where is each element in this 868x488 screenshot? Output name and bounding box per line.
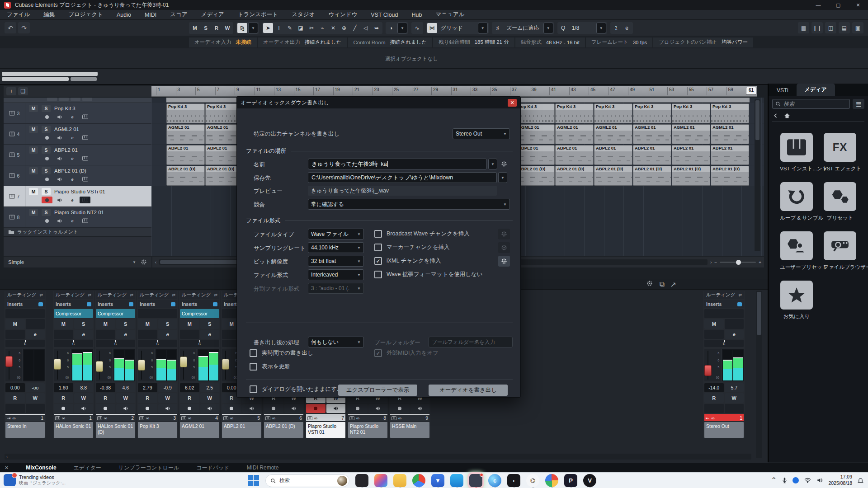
write-automation-button[interactable]: W bbox=[116, 393, 136, 403]
track-solo-button[interactable]: S bbox=[42, 146, 51, 154]
object-select-tool[interactable]: ➤ bbox=[263, 23, 273, 33]
dialog-close-icon[interactable]: ✕ bbox=[508, 99, 517, 107]
ruler-bar-number[interactable]: 43 bbox=[569, 87, 576, 95]
routing-rack[interactable]: ルーティング⇄ bbox=[54, 291, 93, 299]
track-edit-icon[interactable]: e bbox=[67, 197, 78, 203]
ruler-bar-number[interactable]: 11 bbox=[255, 87, 261, 95]
auto-punch-icon[interactable]: ⧎ bbox=[237, 23, 247, 33]
premiere-app-icon[interactable]: P bbox=[564, 474, 577, 487]
insert-slot[interactable] bbox=[704, 309, 744, 318]
format-checkbox[interactable] bbox=[374, 230, 382, 238]
menu-item-スタジオ[interactable]: スタジオ bbox=[285, 11, 321, 19]
iterative-quantize-icon[interactable]: e bbox=[622, 23, 632, 33]
color-dropdown-icon[interactable]: ▼ bbox=[397, 23, 407, 33]
ruler-bar-number[interactable]: 7 bbox=[215, 87, 220, 95]
write-automation-button[interactable]: W bbox=[26, 393, 45, 403]
mixconsole-export-icon[interactable]: ⧉ bbox=[660, 280, 665, 288]
conflict-select[interactable]: 常に確認する▼ bbox=[308, 199, 510, 210]
track-solo-button[interactable]: S bbox=[42, 167, 51, 174]
clip[interactable]: Pop Kit 3 bbox=[594, 103, 632, 123]
insert-slot[interactable]: Compressor bbox=[54, 309, 93, 318]
insert-slot[interactable] bbox=[138, 309, 177, 318]
ruler-bar-number[interactable]: 55 bbox=[687, 87, 694, 95]
channel-record-icon[interactable] bbox=[306, 404, 326, 413]
media-tile-piano[interactable]: VST インスト...ント bbox=[780, 133, 813, 172]
clip[interactable]: Pop Kit 3 bbox=[516, 103, 555, 123]
add-track-button[interactable]: + bbox=[6, 87, 16, 95]
channel-edit-button[interactable]: e bbox=[725, 330, 744, 339]
clip[interactable]: Pop Kit 3 bbox=[555, 103, 594, 123]
ruler-bar-number[interactable]: 27 bbox=[412, 87, 419, 95]
close-button[interactable]: ✕ bbox=[848, 0, 868, 10]
fader-cap[interactable] bbox=[180, 357, 187, 367]
read-automation-button[interactable]: R bbox=[138, 393, 157, 403]
ruler-bar-number[interactable]: 17 bbox=[313, 87, 320, 95]
channel-edit-button[interactable]: e bbox=[74, 330, 94, 339]
inserts-rack[interactable]: Inserts bbox=[96, 300, 135, 308]
channel-mute-button[interactable]: M bbox=[54, 319, 73, 329]
track-mute-button[interactable]: M bbox=[29, 126, 38, 133]
ruler-bar-number[interactable]: 59 bbox=[726, 87, 733, 95]
update-display-option[interactable]: 表示を更新 bbox=[250, 363, 290, 371]
zoomfit-dropdown-icon[interactable]: ▼ bbox=[543, 23, 553, 33]
routing-rack[interactable]: ルーティング⇄ bbox=[96, 291, 135, 299]
preset-dropdown-icon[interactable]: ▼ bbox=[132, 260, 136, 264]
show-in-explorer-button[interactable]: エクスプローラーで表示 bbox=[338, 385, 417, 396]
clip[interactable]: AGML2 01 bbox=[555, 124, 594, 144]
clip[interactable]: ABPL2 01 bbox=[555, 145, 594, 165]
after-export-select[interactable]: 何もしない▼ bbox=[308, 337, 364, 347]
channel-monitor-icon[interactable] bbox=[74, 404, 94, 413]
clip[interactable]: ABPL2 01 bbox=[516, 145, 555, 165]
fader-cap[interactable] bbox=[54, 359, 61, 370]
write-automation-button[interactable]: W bbox=[158, 393, 178, 403]
folder-track-row[interactable]: ラックインストゥルメント bbox=[4, 228, 151, 237]
realtime-export-option[interactable]: 実時間での書き出し bbox=[250, 349, 313, 357]
clip[interactable]: Pop Kit 3 bbox=[711, 103, 749, 123]
track-presets-button[interactable]: ❏ bbox=[18, 87, 28, 95]
scroll-left-arrow[interactable]: ‹ bbox=[155, 260, 156, 265]
format-check-2[interactable]: マーカーチャンクを挿入 bbox=[374, 244, 450, 251]
clip[interactable]: AGML2 01 bbox=[594, 124, 632, 144]
format-checkbox[interactable] bbox=[374, 244, 382, 251]
track-instrument-icon[interactable] bbox=[80, 217, 90, 224]
fader-cap[interactable] bbox=[138, 360, 145, 371]
channel-solo-button[interactable]: S bbox=[116, 319, 136, 329]
track-mute-button[interactable]: M bbox=[29, 209, 38, 216]
track-row[interactable]: 3MSPop Kit 3e bbox=[4, 103, 151, 124]
channel-record-icon[interactable] bbox=[390, 404, 410, 413]
channel-name[interactable]: Piapro Studio NT2 01 bbox=[348, 422, 387, 438]
photos-app-icon[interactable] bbox=[355, 474, 368, 487]
inserts-rack[interactable]: Inserts bbox=[54, 300, 93, 308]
channel-name[interactable]: HSSE Main bbox=[390, 422, 429, 438]
play-tool[interactable]: ◁ bbox=[361, 23, 371, 33]
track-edit-icon[interactable]: e bbox=[67, 217, 78, 224]
track-monitor-icon[interactable] bbox=[54, 197, 65, 203]
clip[interactable]: Pop Kit 3 bbox=[633, 103, 671, 123]
menu-item-Hub[interactable]: Hub bbox=[405, 12, 429, 18]
track-instrument-icon[interactable] bbox=[80, 134, 90, 141]
track-record-icon[interactable] bbox=[42, 197, 52, 203]
track-mute-button[interactable]: M bbox=[29, 188, 38, 195]
capture-app-icon[interactable]: ‹ bbox=[507, 474, 520, 487]
inspector-toggle-button[interactable]: ❙❙ bbox=[811, 22, 823, 33]
channel-fader[interactable]: 60500 bbox=[704, 349, 721, 381]
track-instrument-icon[interactable] bbox=[80, 197, 90, 203]
read-automation-button[interactable]: R bbox=[704, 393, 724, 403]
track-solo-button[interactable]: S bbox=[42, 126, 51, 133]
zoom-slider[interactable] bbox=[720, 262, 756, 263]
channel-mute-button[interactable]: M bbox=[138, 319, 157, 329]
name-options-gear-icon[interactable] bbox=[498, 159, 510, 169]
channel-monitor-icon[interactable] bbox=[200, 404, 220, 413]
read-automation-button[interactable]: R bbox=[96, 393, 115, 403]
channel-name[interactable]: Stereo Out bbox=[704, 422, 744, 438]
file-name-input[interactable]: きゅうり食ってた午後3時_ka bbox=[308, 159, 487, 169]
mixconsole-expand-icon[interactable]: ↗ bbox=[670, 280, 676, 289]
minimize-button[interactable]: — bbox=[808, 0, 828, 10]
microphone-icon[interactable] bbox=[782, 477, 787, 483]
inserts-rack[interactable]: Inserts bbox=[5, 300, 45, 308]
clip[interactable]: ABPL2 01 bbox=[711, 145, 749, 165]
fader-cap[interactable] bbox=[5, 356, 13, 367]
home-icon[interactable] bbox=[784, 113, 790, 119]
mixconsole-vertical-scrollbar[interactable] bbox=[756, 291, 762, 458]
media-tile-loop[interactable]: ループ & サンプル bbox=[780, 182, 813, 221]
